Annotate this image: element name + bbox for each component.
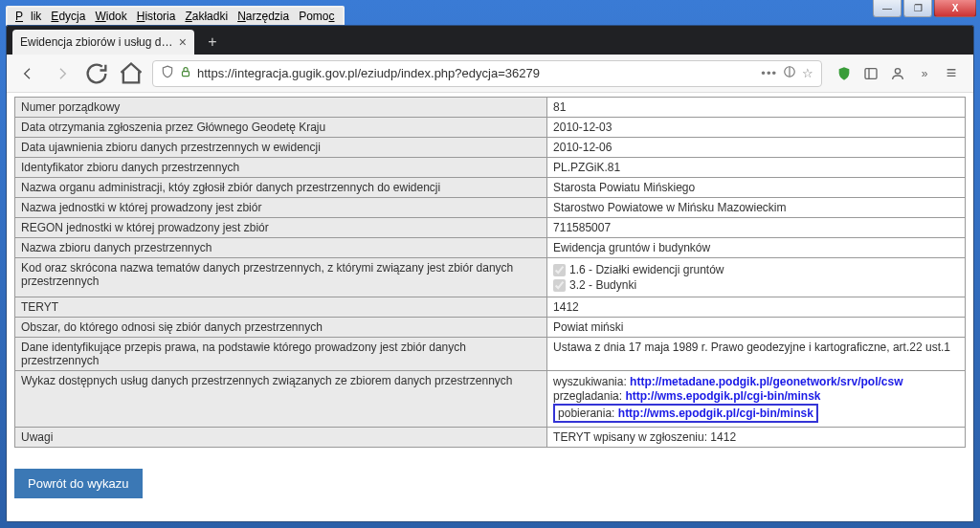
table-row: Nazwa jednostki w której prowadzony jest… (15, 198, 966, 218)
row-val: Ewidencja gruntów i budynków (547, 238, 966, 258)
extension-shield-icon[interactable] (835, 65, 853, 82)
menu-help[interactable]: Pomoc (295, 10, 338, 23)
app-menubar: Plik Edycja Widok Historia Zakładki Narz… (6, 6, 345, 27)
table-row: Wykaz dostępnych usług danych przestrzen… (15, 371, 966, 428)
table-row: Dane identyfikujące przepis prawa, na po… (15, 338, 966, 371)
table-row: TERYT1412 (15, 297, 966, 318)
reload-icon (83, 60, 110, 87)
row-key: Nazwa jednostki w której prowadzony jest… (15, 198, 547, 218)
table-row: Data otrzymania zgłoszenia przez Główneg… (15, 118, 966, 138)
row-val: Powiat miński (547, 318, 966, 338)
service-label: wyszukiwania: (553, 375, 630, 388)
theme-label: 1.6 - Działki ewidencji gruntów (569, 263, 724, 276)
window-maximize-button[interactable]: ❐ (903, 0, 932, 17)
menu-edit[interactable]: Edycja (47, 10, 89, 23)
row-key: Wykaz dostępnych usług danych przestrzen… (15, 371, 547, 428)
close-icon: X (952, 3, 959, 13)
maximize-icon: ❐ (914, 3, 923, 13)
table-row: Nazwa organu administracji, któy zgłosił… (15, 178, 966, 198)
reader-icon[interactable] (783, 65, 796, 81)
service-label: pobierania: (558, 407, 618, 420)
url-text: https://integracja.gugik.gov.pl/eziudp/i… (197, 66, 755, 80)
home-button[interactable] (118, 60, 145, 87)
svg-rect-3 (865, 68, 877, 78)
back-to-list-button[interactable]: Powrót do wykazu (14, 469, 143, 498)
row-val-themes: 1.6 - Działki ewidencji gruntów 3.2 - Bu… (547, 258, 966, 297)
browser-window: Ewidencja zbiorów i usług danych p × + h… (6, 25, 974, 522)
window-minimize-button[interactable]: — (873, 0, 902, 17)
minimize-icon: — (882, 3, 892, 13)
table-row: Obszar, do którego odnosi się zbiór dany… (15, 318, 966, 338)
row-val: PL.PZGiK.81 (547, 158, 966, 178)
tab-active[interactable]: Ewidencja zbiorów i usług danych p × (12, 30, 194, 55)
row-key: TERYT (15, 297, 547, 318)
row-key: Data ujawnienia zbioru danych przestrzen… (15, 138, 547, 158)
nav-back-button[interactable] (14, 60, 41, 87)
row-val: 81 (547, 98, 966, 118)
table-row: Kod oraz skrócona nazwa tematów danych p… (15, 258, 966, 297)
service-search-link[interactable]: http://metadane.podgik.pl/geonetwork/srv… (630, 375, 902, 388)
row-key: Uwagi (15, 428, 547, 448)
sidebar-icon[interactable] (862, 65, 880, 82)
row-val: 2010-12-03 (547, 118, 966, 138)
reload-button[interactable] (83, 60, 110, 87)
service-download-link[interactable]: http://wms.epodgik.pl/cgi-bin/minsk (618, 407, 813, 420)
menu-view[interactable]: Widok (91, 10, 130, 23)
row-key: Numer porządkowy (15, 98, 547, 118)
table-row: REGON jednostki w której prowadzony jest… (15, 218, 966, 238)
browser-toolbar: https://integracja.gugik.gov.pl/eziudp/i… (7, 55, 973, 93)
row-key: Nazwa zbioru danych przestrzennych (15, 238, 547, 258)
table-row: Identyfikator zbioru danych przestrzenny… (15, 158, 966, 178)
row-val: Starostwo Powiatowe w Mińsku Mazowieckim (547, 198, 966, 218)
table-row: Nazwa zbioru danych przestrzennychEwiden… (15, 238, 966, 258)
tab-close-icon[interactable]: × (179, 34, 187, 50)
new-tab-button[interactable]: + (200, 32, 225, 53)
menu-tools[interactable]: Narzędzia (234, 10, 293, 23)
overflow-icon[interactable]: » (916, 65, 933, 82)
service-view-link[interactable]: http://wms.epodgik.pl/cgi-bin/minsk (625, 389, 820, 403)
row-key: Obszar, do którego odnosi się zbiór dany… (15, 318, 547, 338)
table-row: Data ujawnienia zbioru danych przestrzen… (15, 138, 966, 158)
lock-icon[interactable] (180, 66, 191, 80)
row-val: 2010-12-06 (547, 138, 966, 158)
svg-rect-0 (183, 72, 189, 77)
table-row: UwagiTERYT wpisany w zgłoszeniu: 1412 (15, 428, 966, 448)
toolbar-right-icons: » ≡ (830, 65, 966, 82)
row-val: 711585007 (547, 218, 966, 238)
tab-title: Ewidencja zbiorów i usług danych p (20, 35, 173, 49)
arrow-right-icon (55, 66, 70, 81)
row-key: REGON jednostki w której prowadzony jest… (15, 218, 547, 238)
tab-strip: Ewidencja zbiorów i usług danych p × + (7, 26, 973, 55)
row-val-services: wyszukiwania: http://metadane.podgik.pl/… (547, 371, 966, 428)
theme-label: 3.2 - Budynki (569, 278, 636, 292)
row-val: 1412 (547, 297, 966, 318)
arrow-left-icon (20, 66, 35, 81)
menu-bookmarks[interactable]: Zakładki (181, 10, 232, 23)
page-actions-icon[interactable]: ••• (761, 66, 777, 80)
menu-hamburger-icon[interactable]: ≡ (943, 65, 960, 82)
menu-history[interactable]: Historia (133, 10, 180, 23)
page-content: Numer porządkowy81 Data otrzymania zgłos… (7, 93, 973, 521)
row-key: Kod oraz skrócona nazwa tematów danych p… (15, 258, 547, 297)
account-icon[interactable] (889, 65, 906, 82)
address-bar[interactable]: https://integracja.gugik.gov.pl/eziudp/i… (152, 60, 822, 87)
menu-file[interactable]: Plik (11, 10, 45, 23)
row-val: Ustawa z dnia 17 maja 1989 r. Prawo geod… (547, 338, 966, 371)
highlight-box: pobierania: http://wms.epodgik.pl/cgi-bi… (553, 404, 818, 423)
table-row: Numer porządkowy81 (15, 98, 966, 118)
theme-checkbox (553, 264, 566, 276)
tracking-shield-icon[interactable] (161, 65, 174, 81)
row-key: Identyfikator zbioru danych przestrzenny… (15, 158, 547, 178)
service-label: przegladania: (553, 389, 625, 403)
svg-point-5 (895, 68, 900, 73)
home-icon (118, 60, 145, 87)
window-close-button[interactable]: X (934, 0, 976, 17)
details-table: Numer porządkowy81 Data otrzymania zgłos… (14, 97, 966, 448)
row-val: Starosta Powiatu Mińskiego (547, 178, 966, 198)
bookmark-star-icon[interactable]: ☆ (802, 66, 813, 80)
theme-checkbox (553, 279, 566, 292)
row-key: Nazwa organu administracji, któy zgłosił… (15, 178, 547, 198)
row-key: Dane identyfikujące przepis prawa, na po… (15, 338, 547, 371)
row-key: Data otrzymania zgłoszenia przez Główneg… (15, 118, 547, 138)
nav-forward-button[interactable] (49, 60, 76, 87)
